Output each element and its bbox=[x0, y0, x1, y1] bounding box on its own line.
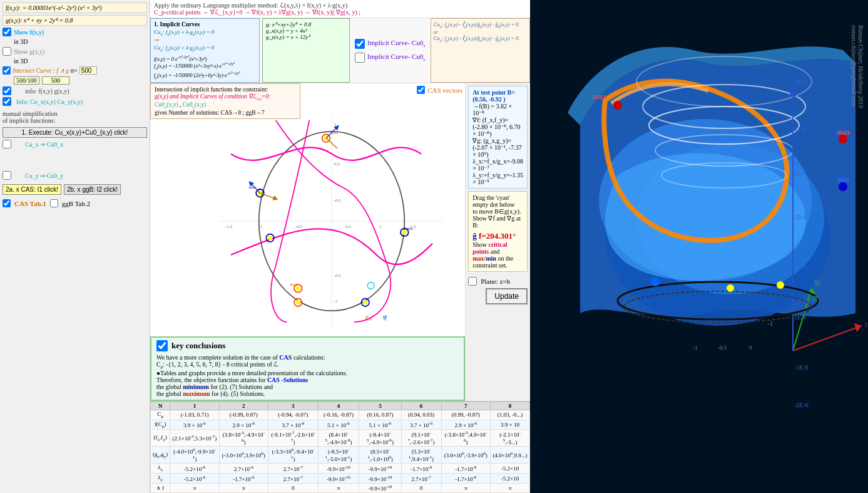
table-cell-gxgy-4: (-8.5×10-1,-5.0×10-1) bbox=[318, 447, 359, 464]
svg-point-73 bbox=[651, 278, 660, 286]
fb-value: →f(B) = 3.82 × 10⁻⁶ bbox=[472, 103, 523, 117]
kc-text1: We have a more complete solution in the … bbox=[156, 354, 459, 361]
plane-row: Plane: z=h bbox=[468, 277, 528, 286]
max-label-inline: max bbox=[472, 255, 484, 262]
intersect-label: Intersect Curve : f ∧ g bbox=[13, 67, 69, 74]
graph-area: Intersection of implicit functions the c… bbox=[150, 83, 466, 400]
svg-text:-0.5: -0.5 bbox=[334, 198, 342, 203]
bottom-buttons: 2a. x CAS: I1 click! 2b. x ggB: I2 click… bbox=[3, 184, 147, 195]
plane-label: Plane: z=h bbox=[481, 278, 510, 285]
max-min-label: max/min on the constraint set. bbox=[472, 255, 523, 269]
svg-point-72 bbox=[839, 182, 847, 191]
in-3d-1-label: in 3D bbox=[14, 38, 28, 45]
bottom-table: N 1 2 3 4 5 6 7 8 Cp (-1.03, 0.71) bbox=[150, 402, 530, 493]
3d-scene-svg: 1.5 ∇f 6E-6 5E-6 4E-6 3E-6 2E-6 1E-6 -1E… bbox=[530, 0, 868, 493]
show-gxy-checkbox[interactable] bbox=[3, 47, 11, 56]
kc-checkbox[interactable] bbox=[156, 340, 168, 351]
cas-btn[interactable]: 2a. x CAS: I1 click! bbox=[3, 184, 61, 195]
table-cell-cp-7: (0.99, -0.87) bbox=[441, 410, 490, 420]
table-cell-lx-6: -1.7×10-6 bbox=[401, 464, 441, 474]
cu-arrow-label: Cu_x ⇒ Cu0_x bbox=[25, 141, 63, 148]
intersect-row: Intersect Curve : f ∧ g n= bbox=[3, 66, 147, 75]
test-point-header: At test point B=(0.56, -0.92 ) bbox=[472, 89, 523, 103]
kc-title: key conclusions bbox=[171, 341, 225, 351]
svg-text:1: 1 bbox=[379, 224, 382, 229]
implicit-check1-checkbox[interactable] bbox=[355, 39, 365, 49]
table-cell-gxgy-8: (4.0×100,9.9...) bbox=[491, 447, 530, 464]
test-point-card: At test point B=(0.56, -0.92 ) →f(B) = 3… bbox=[468, 86, 528, 189]
kc-header: key conclusions bbox=[156, 340, 459, 351]
implicit-check2-checkbox[interactable] bbox=[355, 53, 365, 63]
table-cell-cp-8: (1.03, -0...) bbox=[491, 410, 530, 420]
update-button[interactable]: Update bbox=[486, 288, 528, 304]
gxy-formula-box: g(x,y): x⁴ + xy + 2y⁶ = 0.8 bbox=[3, 15, 147, 26]
impl-eq3: Cuy: fy(x,y) + λ·gy(x,y) = 0 bbox=[154, 44, 256, 53]
table-cell-lx-2: 2.7×10-6 bbox=[219, 464, 268, 474]
table-cell-wf-3: 0 bbox=[268, 484, 319, 493]
svg-text:6E-6: 6E-6 bbox=[794, 78, 808, 86]
intersect-desc-text: Intersection of implicit functions the c… bbox=[155, 86, 296, 93]
show-fxy-checkbox[interactable] bbox=[3, 28, 11, 36]
svg-text:-1E-6: -1E-6 bbox=[794, 364, 809, 371]
impl-eq1: Cux: fx(x,y) + λ·gx(x,y) = 0 bbox=[154, 29, 256, 37]
ggb-btn[interactable]: 2b. x ggB: I2 click! bbox=[64, 184, 121, 195]
svg-point-26 bbox=[363, 301, 367, 305]
gxy-formula-text: g(x,y): x⁴ + xy + 2y⁶ = 0.8 bbox=[6, 17, 73, 24]
cas-tab-row: CAS Tab.1 ggB Tab.2 bbox=[3, 199, 147, 207]
cas-tab-checkbox[interactable] bbox=[3, 199, 11, 207]
show-gxy-label: Show g(x,y) bbox=[14, 48, 44, 55]
table-cell-ly-7: -1.7×10-6 bbox=[441, 474, 490, 484]
cas-vectors-checkbox[interactable] bbox=[417, 86, 425, 94]
svg-text:-1.5: -1.5 bbox=[225, 224, 233, 229]
middle-panel: Apply the ordinary Langrange multiplier … bbox=[150, 0, 530, 493]
plane-checkbox[interactable] bbox=[468, 277, 477, 286]
table-cell-ly-3: 2.7×10-7 bbox=[268, 474, 319, 484]
lagrange-text: Apply the ordinary Langrange multiplier … bbox=[154, 2, 347, 9]
svg-text:max: max bbox=[290, 282, 298, 287]
intersect-solutions: gives Number of solutions: CAS→8 ; ggB→7 bbox=[155, 110, 296, 116]
info-cu-checkbox[interactable] bbox=[3, 97, 11, 106]
cu-arrow2-checkbox[interactable] bbox=[3, 171, 11, 180]
g-formula-card: g: x⁴+xy+2y⁶ = 0.8 g_x(x,y) = y + 4x³ g_… bbox=[262, 18, 350, 83]
cu0x-label: Cu0x(x,y) bbox=[155, 101, 178, 108]
table-cell-fcp-7: 2.9 × 10-6 bbox=[441, 420, 490, 430]
svg-point-71 bbox=[839, 135, 847, 143]
n-label: n= bbox=[71, 67, 78, 74]
table-cell-fxfy-1: (2.1×10-5,5.3×10-7) bbox=[170, 430, 219, 447]
drag-hint-line2: to move B∈g(x,y). Show ∇f and ∇g at B: bbox=[472, 208, 523, 229]
table-header-5: 5 bbox=[359, 402, 401, 410]
n-input[interactable] bbox=[79, 66, 97, 75]
svg-text:0.5: 0.5 bbox=[334, 162, 340, 167]
ggb-tab-checkbox[interactable] bbox=[50, 199, 58, 207]
drag-hint-line1: Drag the 'cyan' empty dot below bbox=[472, 194, 523, 208]
intersect-checkbox[interactable] bbox=[3, 66, 11, 75]
cu-arrow-checkbox[interactable] bbox=[3, 140, 11, 148]
table-cell-wf-4: π bbox=[318, 484, 359, 493]
table-cell-fcp-label: f(Cp) bbox=[151, 420, 170, 430]
in-3d-1-row: in 3D bbox=[14, 38, 147, 45]
table-cell-cp-6: (0.94, 0.03) bbox=[401, 410, 441, 420]
table-cell-fxfy-7: (-3.8×10-5,4.9×10-6) bbox=[441, 430, 490, 447]
svg-text:1E-6: 1E-6 bbox=[794, 314, 806, 321]
table-row-cp: Cp (-1.03, 0.71) (-0.99, 0.87) (-0.94, -… bbox=[151, 410, 530, 420]
ggb-tab-label: ggB Tab.2 bbox=[62, 200, 90, 207]
svg-point-75 bbox=[777, 281, 784, 289]
svg-text:1.5: 1.5 bbox=[864, 321, 868, 328]
graph-svg: -1.5 -1 -0.5 0.5 1 1.5 1 0.5 -0.5 -0.5 -… bbox=[150, 115, 466, 328]
intersect-desc-box: Intersection of implicit functions the c… bbox=[150, 83, 300, 119]
cu-arrow2-label: Cu_y ⇒ Cu0_y bbox=[25, 172, 63, 179]
table-cell-wf-6: 0 bbox=[401, 484, 441, 493]
table-cell-gxgy-7: (3.0×100,-3.9×100) bbox=[441, 447, 490, 464]
left-panel: f(x,y): = 0.00001e^(-x²- 2y²) (x² + 3y²)… bbox=[0, 0, 150, 493]
table-header-7: 7 bbox=[441, 402, 490, 410]
info-fg-checkbox[interactable] bbox=[3, 86, 11, 95]
execute-button[interactable]: 1. Execute: Cu_x(x,y)+Cu0_{x,y} click! bbox=[3, 127, 147, 138]
critical-points-label: critical points bbox=[472, 241, 507, 255]
table-cell-fcp-6: 3.7 × 10-6 bbox=[401, 420, 441, 430]
svg-text:0.5: 0.5 bbox=[345, 224, 351, 229]
table-cell-cp-1: (-1.03, 0.71) bbox=[170, 410, 219, 420]
show-fxy-row: Show f(x,y) bbox=[3, 28, 147, 36]
cu-arrow-row: Cu_x ⇒ Cu0_x bbox=[3, 140, 147, 148]
svg-point-74 bbox=[727, 284, 734, 292]
table-cell-gxgy-3: (-3.3×100,-9.4×10-1) bbox=[268, 447, 319, 464]
